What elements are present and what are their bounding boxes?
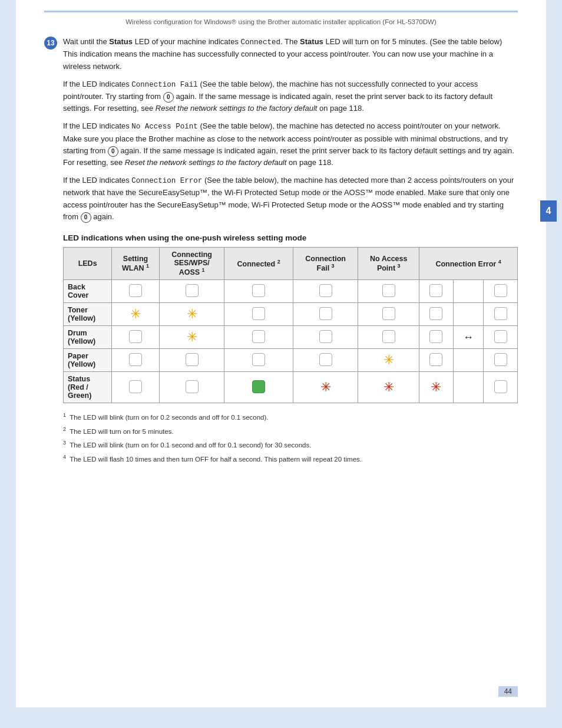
- table-row: Toner(Yellow) ✳ ✳: [64, 303, 518, 326]
- header-text: Wireless configuration for Windows® usin…: [44, 18, 518, 25]
- circle-icon-1: 0: [163, 92, 174, 103]
- led-off-icon: [252, 330, 265, 343]
- row-label-toner: Toner(Yellow): [64, 303, 112, 326]
- col-connected: Connected 2: [224, 247, 293, 279]
- top-border: [44, 11, 518, 12]
- led-off-icon: [186, 284, 199, 297]
- sun-red-icon: ✳: [384, 380, 394, 395]
- led-off-icon: [429, 330, 442, 343]
- cell-paper-noaccess: ✳: [358, 349, 419, 372]
- cell-paper-err2: [484, 349, 518, 372]
- led-off-icon: [494, 353, 507, 366]
- col-connecting: ConnectingSES/WPS/AOSS 1: [159, 247, 224, 279]
- blink-red-icon: ✳: [320, 380, 331, 395]
- col-leds: LEDs: [64, 247, 112, 279]
- cell-drum-err1: [419, 326, 454, 349]
- cell-bc-arrow: [453, 280, 483, 303]
- cell-paper-connected: [224, 349, 293, 372]
- header-title: Wireless configuration for Windows® usin…: [125, 18, 436, 25]
- led-off-icon: [129, 284, 142, 297]
- sun-yellow-icon: ✳: [384, 353, 394, 368]
- cell-toner-connected: [224, 303, 293, 326]
- cell-toner-err1: [419, 303, 454, 326]
- cell-status-noaccess: ✳: [358, 372, 419, 403]
- page-wrapper: Wireless configuration for Windows® usin…: [16, 0, 546, 707]
- blink-red-icon: ✳: [431, 380, 441, 395]
- mono-no-access: No Access Point: [131, 123, 198, 131]
- footnote-2: 2 The LED will turn on for 5 minutes.: [63, 426, 518, 437]
- para-1: Wait until the Status LED of your machin…: [63, 36, 518, 73]
- table-header-row: LEDs SettingWLAN 1 ConnectingSES/WPS/AOS…: [64, 247, 518, 279]
- led-off-icon: [319, 284, 332, 297]
- footnote-3: 3 The LED will blink (turn on for 0.1 se…: [63, 439, 518, 451]
- led-off-icon: [186, 353, 199, 366]
- blink-yellow-icon: ✳: [187, 307, 197, 322]
- col-conn-fail: ConnectionFail 3: [293, 247, 358, 279]
- led-off-icon: [319, 353, 332, 366]
- col-setting-wlan: SettingWLAN 1: [112, 247, 160, 279]
- cell-status-connected: [224, 372, 293, 403]
- cell-drum-noaccess: [358, 326, 419, 349]
- mono-conn-fail: Connection Fail: [131, 81, 198, 89]
- page-number: 44: [498, 686, 518, 697]
- blink-yellow-icon: ✳: [130, 307, 141, 322]
- bold-status-1: Status: [109, 37, 133, 46]
- cell-paper-connecting: [159, 349, 224, 372]
- cell-paper-err1: [419, 349, 454, 372]
- led-off-icon: [252, 307, 265, 320]
- cell-bc-setting: [112, 280, 160, 303]
- cell-drum-setting: [112, 326, 160, 349]
- sun-yellow-icon: ✳: [187, 307, 197, 322]
- page-tab: 4: [540, 200, 557, 222]
- led-off-icon: [382, 330, 395, 343]
- led-off-icon: [252, 353, 265, 366]
- col-conn-error: Connection Error 4: [419, 247, 518, 279]
- cell-status-err1: ✳: [419, 372, 454, 403]
- cell-bc-connecting: [159, 280, 224, 303]
- sun-yellow-icon: ✳: [130, 307, 141, 322]
- cell-paper-arrow: [453, 349, 483, 372]
- sun-yellow-icon: ✳: [187, 330, 197, 345]
- footnote-4: 4 The LED will flash 10 times and then t…: [63, 453, 518, 465]
- cell-toner-connecting: ✳: [159, 303, 224, 326]
- led-off-icon: [382, 284, 395, 297]
- cell-toner-noaccess: [358, 303, 419, 326]
- led-off-icon: [382, 307, 395, 320]
- led-off-icon: [129, 330, 142, 343]
- para-2: If the LED indicates Connection Fail (Se…: [63, 78, 518, 115]
- cell-bc-connected: [224, 280, 293, 303]
- led-off-icon: [494, 330, 507, 343]
- cell-bc-noaccess: [358, 280, 419, 303]
- led-green-icon: [252, 380, 265, 393]
- led-off-icon: [252, 284, 265, 297]
- cell-bc-err2: [484, 280, 518, 303]
- bold-status-2: Status: [300, 37, 323, 46]
- led-off-icon: [429, 307, 442, 320]
- sun-red-icon: ✳: [320, 380, 331, 395]
- cell-drum-connected: [224, 326, 293, 349]
- led-off-icon: [129, 380, 142, 393]
- blink-red-icon: ✳: [384, 380, 394, 395]
- cell-drum-arrow: ↔: [453, 326, 483, 349]
- cell-drum-fail: [293, 326, 358, 349]
- mono-connected: Connected: [241, 38, 281, 47]
- led-off-icon: [494, 380, 507, 393]
- cell-paper-fail: [293, 349, 358, 372]
- led-off-icon: [494, 284, 507, 297]
- cell-drum-err2: [484, 326, 518, 349]
- col-no-access: No AccessPoint 3: [358, 247, 419, 279]
- row-label-back-cover: BackCover: [64, 280, 112, 303]
- cell-bc-err1: [419, 280, 454, 303]
- circle-icon-3: 0: [81, 212, 91, 223]
- mono-conn-error: Connection Error: [131, 177, 202, 185]
- cell-status-fail: ✳: [293, 372, 358, 403]
- cell-status-arrow: [453, 372, 483, 403]
- table-row: Status(Red /Green) ✳ ✳: [64, 372, 518, 403]
- table-row: Drum(Yellow) ✳ ↔: [64, 326, 518, 349]
- circle-icon-2: 0: [108, 146, 118, 157]
- step-row: 13 Wait until the Status LED of your mac…: [44, 36, 518, 467]
- italic-link-2: Reset the network settings to the factor…: [125, 158, 287, 167]
- cell-bc-fail: [293, 280, 358, 303]
- row-label-drum: Drum(Yellow): [64, 326, 112, 349]
- led-table: LEDs SettingWLAN 1 ConnectingSES/WPS/AOS…: [63, 247, 518, 403]
